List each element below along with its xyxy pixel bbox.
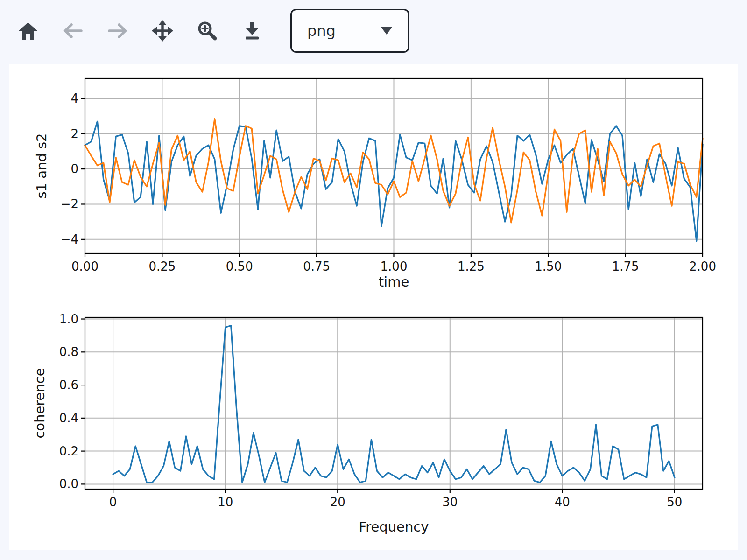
coherence-line [113,326,675,483]
x-tick-label: 20 [330,495,345,509]
figure: 0.000.250.500.751.001.251.501.752.00−4−2… [0,0,747,560]
y-tick-label: 0.8 [59,345,78,359]
y-tick-label: 4 [70,91,78,105]
x-tick-label: 40 [555,495,570,509]
x-axis-label: time [379,274,409,290]
y-tick-label: −4 [61,232,78,246]
y-tick-label: 0.2 [59,444,78,458]
y-tick-label: 0.6 [59,378,78,392]
y-tick-label: 0 [70,162,78,176]
x-tick-label: 1.00 [381,259,408,273]
y-axis-label: s1 and s2 [34,133,49,198]
y-tick-label: 1.0 [59,312,78,326]
y-axis-label: coherence [32,368,48,438]
x-tick-label: 50 [667,495,682,509]
axes-2: 010203040500.00.20.40.60.81.0Frequencyco… [32,312,703,535]
x-tick-label: 0.50 [226,259,253,273]
x-tick-label: 1.25 [458,259,485,273]
y-tick-label: −2 [61,197,78,211]
y-tick-label: 0.4 [59,411,78,425]
axes-1: 0.000.250.500.751.001.251.501.752.00−4−2… [34,78,716,290]
y-tick-label: 2 [70,127,78,141]
x-axis-label: Frequency [359,519,429,535]
x-tick-label: 1.50 [535,259,562,273]
x-tick-label: 0 [109,495,117,509]
x-tick-label: 0.00 [71,259,99,273]
x-tick-label: 0.75 [303,259,330,273]
x-tick-label: 30 [442,495,458,509]
x-tick-label: 0.25 [148,259,176,273]
x-tick-label: 10 [218,495,233,509]
y-tick-label: 0.0 [59,477,78,491]
x-tick-label: 1.75 [612,259,639,273]
x-tick-label: 2.00 [689,259,716,273]
